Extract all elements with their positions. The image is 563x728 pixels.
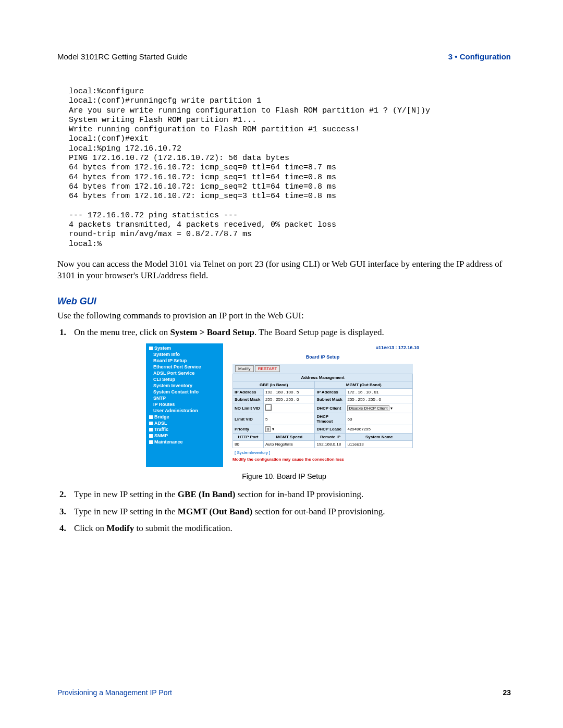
tree-expand-icon[interactable] [149, 347, 153, 350]
checkbox-icon[interactable] [265, 404, 272, 411]
dhcp-to-value[interactable]: 60 [346, 413, 413, 425]
header-right: 3 • Configuration [448, 52, 511, 61]
sidebar-item-label: ADSL Port Service [153, 371, 194, 376]
sidebar-item[interactable]: SNTP [146, 395, 223, 401]
sidebar-item[interactable]: ADSL Port Service [146, 370, 223, 376]
ip-label: IP Address [233, 389, 264, 396]
remote-label: Remote IP [315, 434, 346, 441]
sidebar-item-label: System Inventory [153, 383, 192, 388]
address-table: Address Management GBE (In Band) MGMT (O… [232, 374, 413, 448]
sidebar-item-label: SNMP [154, 433, 168, 438]
step-1: 1. On the menu tree, click on System > B… [59, 327, 511, 338]
step-4: 4. Click on Modify to submit the modific… [59, 523, 511, 534]
dhcp-client-select[interactable]: Disable DHCP Client ▾ [346, 403, 413, 413]
step-number: 1. [59, 327, 74, 338]
body-paragraph: Now you can access the Model 3101 via Te… [57, 258, 511, 281]
http-label: HTTP Port [233, 434, 264, 441]
sidebar-item-label: Ethernet Port Service [153, 364, 201, 369]
page-header: Model 3101RC Getting Started Guide 3 • C… [57, 52, 511, 61]
sidebar-item[interactable]: CLI Setup [146, 376, 223, 382]
sidebar-item-label: Traffic [154, 427, 168, 432]
sidebar-item[interactable]: User Administration [146, 408, 223, 414]
restart-button[interactable]: RESTART [255, 365, 280, 372]
sidebar-item-label: IP Routes [153, 402, 175, 407]
sidebar-item-label: User Administration [153, 408, 198, 413]
dhcp-to-label: DHCP Timeout [315, 413, 346, 425]
step-text: On the menu tree, click on System > Boar… [74, 327, 511, 338]
remote-value: 192.168.0.18 [315, 441, 346, 448]
sidebar-item[interactable]: System Info [146, 351, 223, 357]
col-outband: MGMT (Out Band) [315, 381, 413, 389]
sidebar-item-label: SNTP [153, 396, 166, 401]
dhcp-client-label: DHCP Client [315, 403, 346, 413]
sidebar-item-label: System Contact Info [153, 389, 199, 394]
config-warning: Modify the configuration may cause the c… [232, 457, 413, 462]
sidebar-item[interactable]: Bridge [146, 414, 223, 420]
addr-header: Address Management [233, 374, 413, 381]
mask-out-value[interactable]: 255 . 255 . 255 . 0 [346, 396, 413, 403]
tree-expand-icon[interactable] [149, 440, 153, 444]
sidebar-item[interactable]: System Contact Info [146, 389, 223, 395]
tree-expand-icon[interactable] [149, 422, 153, 425]
sidebar-item[interactable]: SNMP [146, 433, 223, 439]
tree-expand-icon[interactable] [149, 415, 153, 419]
screenshot-button-row: Modify RESTART [232, 364, 413, 374]
step-3: 3. Type in new IP setting in the MGMT (O… [59, 506, 511, 517]
webgui-intro: Use the following commands to provision … [57, 310, 511, 322]
screenshot-main: u11ee13 : 172.16.10 Board IP Setup Modif… [223, 343, 422, 467]
sidebar-item[interactable]: ADSL [146, 420, 223, 426]
limitvid-label: Limit VID [233, 413, 264, 425]
figure-caption: Figure 10. Board IP Setup [57, 472, 511, 480]
sidebar-item[interactable]: System [146, 345, 223, 351]
step-text: Type in new IP setting in the MGMT (Out … [74, 506, 511, 517]
priority-label: Priority [233, 425, 264, 434]
sidebar-item[interactable]: Maintenance [146, 439, 223, 445]
document-page: Model 3101RC Getting Started Guide 3 • C… [0, 0, 563, 728]
limitvid-value[interactable]: 5 [264, 413, 315, 425]
screenshot-sidebar: SystemSystem InfoBoard IP SetupEthernet … [146, 343, 223, 467]
screenshot-identity: u11ee13 : 172.16.10 [223, 343, 422, 350]
footer-left: Provisioning a Management IP Port [57, 688, 172, 697]
dhcp-lease-value: 4294967295 [346, 425, 413, 434]
mask-label: Subnet Mask [233, 396, 264, 403]
dhcp-lease-label: DHCP Lease [315, 425, 346, 434]
sidebar-item-label: System Info [153, 352, 180, 357]
screenshot-title: Board IP Setup [223, 350, 422, 364]
sidebar-item-label: Board IP Setup [153, 358, 187, 363]
figure-screenshot: SystemSystem InfoBoard IP SetupEthernet … [146, 343, 422, 467]
ip-out-value[interactable]: 172 . 16 . 10 . 81 [346, 389, 413, 396]
tree-expand-icon[interactable] [149, 434, 153, 438]
section-heading-webgui: Web GUI [57, 296, 511, 307]
http-value[interactable]: 80 [233, 441, 264, 448]
cli-output-block: local:%configure local:(conf)#runningcfg… [69, 87, 511, 249]
step-number: 2. [59, 489, 74, 500]
sidebar-item[interactable]: IP Routes [146, 401, 223, 408]
sidebar-item[interactable]: Ethernet Port Service [146, 364, 223, 370]
ip-in-value[interactable]: 192 . 168 . 100 . 5 [264, 389, 315, 396]
priority-select[interactable]: 0 ▾ [264, 425, 315, 434]
mask-label-out: Subnet Mask [315, 396, 346, 403]
sidebar-item[interactable]: Traffic [146, 426, 223, 433]
step-text: Click on Modify to submit the modificati… [74, 523, 511, 534]
step-number: 3. [59, 506, 74, 517]
mgmt-speed-label: MGMT Speed [264, 434, 315, 441]
system-inventory-link[interactable]: [ SystemInventory ] [232, 448, 422, 457]
mask-in-value[interactable]: 255 . 255 . 255 . 0 [264, 396, 315, 403]
sidebar-item[interactable]: System Inventory [146, 382, 223, 389]
tree-expand-icon[interactable] [149, 428, 153, 431]
modify-button[interactable]: Modify [235, 365, 254, 372]
step-text: Type in new IP setting in the GBE (In Ba… [74, 489, 511, 500]
sysname-value[interactable]: u11ee13 [346, 441, 413, 448]
step-2: 2. Type in new IP setting in the GBE (In… [59, 489, 511, 500]
header-left: Model 3101RC Getting Started Guide [57, 52, 187, 61]
ip-label-out: IP Address [315, 389, 346, 396]
nolimit-checkbox[interactable] [264, 403, 315, 413]
nolimit-label: NO Limit VID [233, 403, 264, 413]
sidebar-item-label: System [154, 346, 171, 351]
sidebar-item[interactable]: Board IP Setup [146, 357, 223, 364]
page-footer: Provisioning a Management IP Port 23 [57, 688, 511, 697]
sidebar-item-label: ADSL [154, 421, 167, 426]
sidebar-item-label: Bridge [154, 414, 169, 419]
sidebar-item-label: CLI Setup [153, 377, 175, 382]
sysname-label: System Name [346, 434, 413, 441]
